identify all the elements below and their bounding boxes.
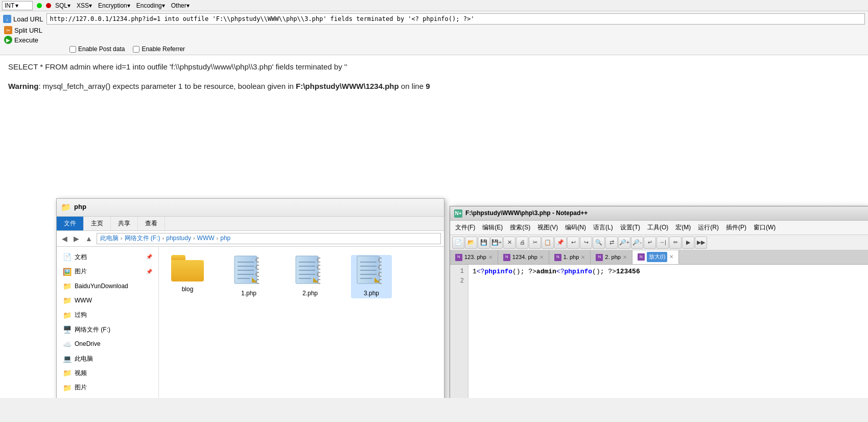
file-item-1php[interactable]: 1.php	[228, 255, 269, 298]
sidebar-item-pics[interactable]: 🖼️ 图片 📌	[57, 265, 158, 279]
npp-tab-zoom-close[interactable]: ✕	[669, 253, 673, 261]
npp-tool-open[interactable]: 📂	[465, 237, 477, 249]
menu-encryption[interactable]: Encryption▾	[98, 2, 130, 9]
fe-back-btn[interactable]: ◀	[60, 232, 69, 245]
npp-menu-tools[interactable]: 工具(O)	[644, 222, 671, 233]
sidebar-item-onedrive[interactable]: ☁️ OneDrive	[57, 337, 158, 351]
file-item-blog[interactable]: blog	[167, 255, 208, 294]
npp-menu-window[interactable]: 窗口(W)	[750, 222, 779, 233]
fe-address-bar: ◀ ▶ ▲ 此电脑 › 网络文件 (F:) › phpstudy › WWW ›…	[57, 231, 444, 247]
sidebar-item-pics2[interactable]: 📁 图片	[57, 381, 158, 395]
fe-breadcrumb-www[interactable]: WWW	[197, 233, 215, 243]
npp-tool-find[interactable]: 🔍	[593, 237, 605, 249]
npp-tab-1234php[interactable]: N 1234. php ✕	[498, 250, 549, 264]
npp-tool-close[interactable]: ✕	[503, 237, 515, 249]
enable-referrer-checkbox[interactable]	[133, 46, 139, 53]
npp-tab-1php[interactable]: N 1. php ✕	[549, 250, 591, 264]
fe-breadcrumb-php[interactable]: php	[220, 233, 230, 243]
npp-menu-view[interactable]: 视图(V)	[534, 222, 561, 233]
url-input[interactable]	[46, 13, 865, 25]
fe-tab-share[interactable]: 共享	[111, 217, 138, 230]
sidebar-item-docs[interactable]: 📄 文档 📌	[57, 250, 158, 264]
split-url-button[interactable]: ✂ Split URL	[4, 26, 42, 34]
npp-tool-save[interactable]: 💾	[478, 237, 490, 249]
npp-tab-1php-label: 1. php	[564, 253, 579, 262]
npp-code-area[interactable]: 1 <? phpinfo (); ?> admin <? phpinfo ();…	[468, 265, 868, 398]
enable-post-label[interactable]: Enable Post data	[69, 45, 125, 53]
file-item-3php[interactable]: 3.php	[351, 255, 392, 298]
sidebar-item-gougou[interactable]: 📁 过狗	[57, 308, 158, 322]
npp-tool-zoom-in[interactable]: 🔎+	[618, 237, 630, 249]
sidebar-item-www[interactable]: 📁 WWW	[57, 293, 158, 308]
sidebar-item-baidu[interactable]: 📁 BaiduYunDownload	[57, 279, 158, 293]
npp-tool-macro[interactable]: ▶	[682, 237, 694, 249]
menu-other[interactable]: Other▾	[171, 2, 190, 9]
warning-suffix: on line	[399, 82, 426, 90]
split-url-icon: ✂	[4, 26, 12, 34]
npp-tool-paste[interactable]: 📌	[554, 237, 567, 249]
fe-body: 📄 文档 📌 🖼️ 图片 📌 📁 BaiduYunDownload 📁 WWW	[57, 247, 444, 398]
execute-button[interactable]: ▶ Execute	[4, 36, 38, 44]
sidebar-item-thispc[interactable]: 💻 此电脑	[57, 351, 158, 366]
warning-line: Warning: mysql_fetch_array() expects par…	[8, 80, 860, 92]
npp-menu-file[interactable]: 文件(F)	[452, 222, 478, 233]
npp-menu-encode[interactable]: 编码(N)	[562, 222, 589, 233]
npp-tab-123php-close[interactable]: ✕	[488, 253, 492, 262]
npp-menu-plugins[interactable]: 插件(P)	[723, 222, 749, 233]
npp-tab-zoom[interactable]: N 放大(I) ✕	[632, 250, 679, 264]
sidebar-item-video[interactable]: 📁 视频	[57, 366, 158, 380]
menu-sql[interactable]: SQL▾	[55, 2, 71, 9]
fe-tab-view[interactable]: 查看	[138, 217, 165, 230]
npp-tab-2php-close[interactable]: ✕	[623, 253, 627, 262]
npp-menu-lang[interactable]: 语言(L)	[590, 222, 616, 233]
fe-breadcrumb-drive[interactable]: 网络文件 (F:)	[125, 233, 160, 243]
file-item-2php[interactable]: 2.php	[290, 255, 331, 298]
fe-forward-btn[interactable]: ▶	[72, 232, 81, 245]
npp-tool-cut[interactable]: ✂	[529, 237, 541, 249]
menu-encoding[interactable]: Encoding▾	[136, 2, 165, 9]
load-url-button[interactable]: ↓ Load URL	[3, 15, 43, 23]
onedrive-icon: ☁️	[63, 339, 72, 350]
npp-tab-123php[interactable]: N 123. php ✕	[450, 250, 498, 264]
npp-tool-copy[interactable]: 📋	[542, 237, 554, 249]
npp-tab-1234php-icon: N	[503, 254, 510, 261]
npp-tool-replace[interactable]: ⇄	[605, 237, 618, 249]
npp-menu-macro[interactable]: 宏(M)	[672, 222, 694, 233]
enable-post-checkbox[interactable]	[69, 46, 76, 53]
npp-tool-wrap[interactable]: ↵	[644, 237, 656, 249]
npp-tool-undo[interactable]: ↩	[567, 237, 579, 249]
npp-tool-indent[interactable]: →|	[656, 237, 669, 249]
npp-menu-settings[interactable]: 设置(T)	[617, 222, 643, 233]
sidebar-item-docs2[interactable]: 📁 文档	[57, 395, 158, 398]
npp-tool-redo[interactable]: ↪	[580, 237, 592, 249]
npp-tool-mark[interactable]: ✏	[669, 237, 682, 249]
npp-tool-print[interactable]: 🖨	[516, 237, 528, 249]
npp-menu-search[interactable]: 搜索(S)	[507, 222, 533, 233]
npp-tool-saveall[interactable]: 💾+	[490, 237, 503, 249]
fe-sep-4: ›	[217, 234, 219, 243]
int-dropdown[interactable]: INT ▾	[2, 1, 33, 10]
npp-tab-123php-label: 123. php	[464, 253, 486, 262]
npp-tab-1234php-close[interactable]: ✕	[539, 253, 544, 262]
docs-icon: 📄	[63, 251, 72, 263]
fe-breadcrumb-phpstudy[interactable]: phpstudy	[166, 233, 191, 243]
3php-icon	[356, 255, 387, 286]
npp-tool-run[interactable]: ▶▶	[695, 237, 707, 249]
2php-icon	[295, 255, 325, 286]
sidebar-item-network[interactable]: 🖥️ 网络文件 (F:)	[57, 322, 158, 337]
fe-tab-home[interactable]: 主页	[84, 217, 111, 230]
fe-up-btn[interactable]: ▲	[83, 232, 95, 245]
npp-tab-2php[interactable]: N 2. php ✕	[591, 250, 632, 264]
fe-breadcrumb-pc[interactable]: 此电脑	[100, 233, 119, 243]
sql-query-text: SELECT * FROM admin where id=1 into outf…	[8, 62, 347, 71]
npp-tool-zoom-out[interactable]: 🔎-	[631, 237, 643, 249]
npp-tab-1php-close[interactable]: ✕	[581, 253, 585, 262]
sidebar-network-label: 网络文件 (F:)	[75, 325, 110, 335]
npp-menu-edit[interactable]: 编辑(E)	[479, 222, 506, 233]
menu-xss[interactable]: XSS▾	[77, 2, 92, 9]
npp-tool-new[interactable]: 📄	[452, 237, 464, 249]
split-url-row: ✂ Split URL	[3, 26, 865, 34]
npp-menu-run[interactable]: 运行(R)	[695, 222, 722, 233]
enable-referrer-label[interactable]: Enable Referrer	[133, 45, 185, 53]
fe-tab-file[interactable]: 文件	[57, 217, 84, 230]
